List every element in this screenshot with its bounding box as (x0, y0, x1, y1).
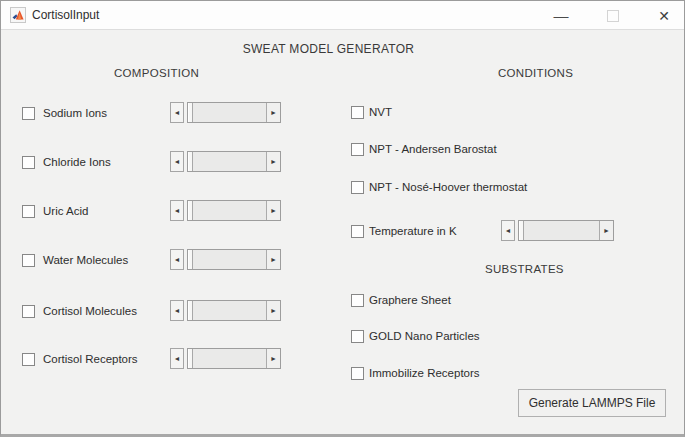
checkbox-label: Temperature in K (369, 225, 457, 237)
slider-left-arrow-button[interactable]: ◄ (170, 200, 184, 221)
checkbox-label: Chloride Ions (43, 156, 111, 168)
slider-body: ► (187, 102, 281, 123)
sodium-ions-slider[interactable]: ◄ ► (170, 102, 281, 123)
sodium-ions-checkbox[interactable] (22, 107, 35, 120)
slider-left-arrow-button[interactable]: ◄ (170, 102, 184, 123)
left-arrow-icon: ◄ (174, 109, 181, 116)
checkbox-label: Uric Acid (43, 205, 88, 217)
slider-left-arrow-button[interactable]: ◄ (170, 300, 184, 321)
slider-right-arrow-button[interactable]: ► (266, 201, 280, 220)
minimize-button[interactable]: — (542, 1, 580, 30)
slider-right-arrow-button[interactable]: ► (266, 152, 280, 171)
uric-acid-slider[interactable]: ◄ ► (170, 200, 281, 221)
page-title: SWEAT MODEL GENERATOR (1, 42, 656, 56)
immobilize-receptors-checkbox[interactable] (351, 367, 364, 380)
checkbox-label: Sodium Ions (43, 107, 107, 119)
slider-track[interactable] (193, 201, 266, 220)
checkbox-label: Cortisol Receptors (43, 353, 138, 365)
title-bar: CortisolInput — ✕ (1, 1, 684, 30)
conditions-row-nvt: NVT (351, 101, 671, 123)
maximize-icon (607, 10, 619, 22)
chloride-ions-slider[interactable]: ◄ ► (170, 151, 281, 172)
conditions-row-npt-andersen: NPT - Andersen Barostat (351, 138, 671, 160)
slider-body: ► (187, 249, 281, 270)
right-arrow-icon: ► (270, 355, 277, 362)
checkbox-label: NPT - Nosé-Hoover thermostat (369, 181, 527, 193)
water-molecules-slider[interactable]: ◄ ► (170, 249, 281, 270)
left-arrow-icon: ◄ (174, 355, 181, 362)
checkbox-label: Graphere Sheet (369, 294, 451, 306)
substrates-row-graphere-sheet: Graphere Sheet (351, 289, 671, 311)
slider-right-arrow-button[interactable]: ► (266, 301, 280, 320)
cortisol-receptors-checkbox[interactable] (22, 353, 35, 366)
window-title: CortisolInput (32, 8, 99, 22)
slider-body: ► (518, 220, 614, 241)
section-label-composition: COMPOSITION (114, 67, 199, 79)
conditions-row-npt-nose-hoover: NPT - Nosé-Hoover thermostat (351, 176, 671, 198)
right-arrow-icon: ► (270, 307, 277, 314)
gold-nano-particles-checkbox[interactable] (351, 330, 364, 343)
maximize-button (594, 1, 632, 30)
right-arrow-icon: ► (603, 227, 610, 234)
nvt-checkbox[interactable] (351, 106, 364, 119)
cortisol-molecules-checkbox[interactable] (22, 305, 35, 318)
left-arrow-icon: ◄ (174, 158, 181, 165)
section-label-conditions: CONDITIONS (498, 67, 573, 79)
cortisol-input-window: CortisolInput — ✕ SWEAT MODEL GENERATOR … (0, 0, 685, 437)
left-arrow-icon: ◄ (505, 227, 512, 234)
checkbox-label: NVT (369, 106, 392, 118)
left-arrow-icon: ◄ (174, 256, 181, 263)
close-button[interactable]: ✕ (644, 1, 684, 30)
slider-right-arrow-button[interactable]: ► (266, 250, 280, 269)
slider-body: ► (187, 300, 281, 321)
slider-left-arrow-button[interactable]: ◄ (501, 220, 515, 241)
generate-lammps-file-button[interactable]: Generate LAMMPS File (518, 389, 666, 417)
slider-track[interactable] (193, 301, 266, 320)
right-arrow-icon: ► (270, 158, 277, 165)
slider-left-arrow-button[interactable]: ◄ (170, 249, 184, 270)
water-molecules-checkbox[interactable] (22, 254, 35, 267)
substrates-row-immobilize-receptors: Immobilize Receptors (351, 362, 671, 384)
npt-andersen-checkbox[interactable] (351, 143, 364, 156)
left-arrow-icon: ◄ (174, 307, 181, 314)
close-icon: ✕ (658, 8, 670, 24)
slider-track[interactable] (193, 349, 266, 368)
slider-track[interactable] (524, 221, 599, 240)
right-arrow-icon: ► (270, 109, 277, 116)
right-arrow-icon: ► (270, 256, 277, 263)
composition-row-chloride-ions: Chloride Ions ◄ ► (22, 151, 292, 173)
matlab-app-icon (10, 7, 26, 23)
slider-track[interactable] (193, 152, 266, 171)
slider-right-arrow-button[interactable]: ► (266, 349, 280, 368)
right-arrow-icon: ► (270, 207, 277, 214)
slider-track[interactable] (193, 103, 266, 122)
chloride-ions-checkbox[interactable] (22, 156, 35, 169)
slider-right-arrow-button[interactable]: ► (266, 103, 280, 122)
slider-body: ► (187, 151, 281, 172)
checkbox-label: Cortisol Molecules (43, 305, 137, 317)
slider-right-arrow-button[interactable]: ► (599, 221, 613, 240)
slider-left-arrow-button[interactable]: ◄ (170, 348, 184, 369)
checkbox-label: Water Molecules (43, 254, 128, 266)
composition-row-cortisol-molecules: Cortisol Molecules ◄ ► (22, 300, 292, 322)
temperature-slider[interactable]: ◄ ► (501, 220, 614, 241)
checkbox-label: Immobilize Receptors (369, 367, 480, 379)
uric-acid-checkbox[interactable] (22, 205, 35, 218)
cortisol-molecules-slider[interactable]: ◄ ► (170, 300, 281, 321)
slider-track[interactable] (193, 250, 266, 269)
temperature-checkbox[interactable] (351, 225, 364, 238)
composition-row-water-molecules: Water Molecules ◄ ► (22, 249, 292, 271)
composition-row-uric-acid: Uric Acid ◄ ► (22, 200, 292, 222)
checkbox-label: NPT - Andersen Barostat (369, 143, 497, 155)
npt-nose-hoover-checkbox[interactable] (351, 181, 364, 194)
slider-body: ► (187, 348, 281, 369)
checkbox-label: GOLD Nano Particles (369, 330, 480, 342)
slider-body: ► (187, 200, 281, 221)
section-label-substrates: SUBSTRATES (485, 263, 564, 275)
conditions-row-temperature: Temperature in K ◄ ► (351, 220, 671, 242)
cortisol-receptors-slider[interactable]: ◄ ► (170, 348, 281, 369)
minimize-icon: — (554, 7, 569, 24)
graphere-sheet-checkbox[interactable] (351, 294, 364, 307)
slider-left-arrow-button[interactable]: ◄ (170, 151, 184, 172)
substrates-row-gold-nano-particles: GOLD Nano Particles (351, 325, 671, 347)
